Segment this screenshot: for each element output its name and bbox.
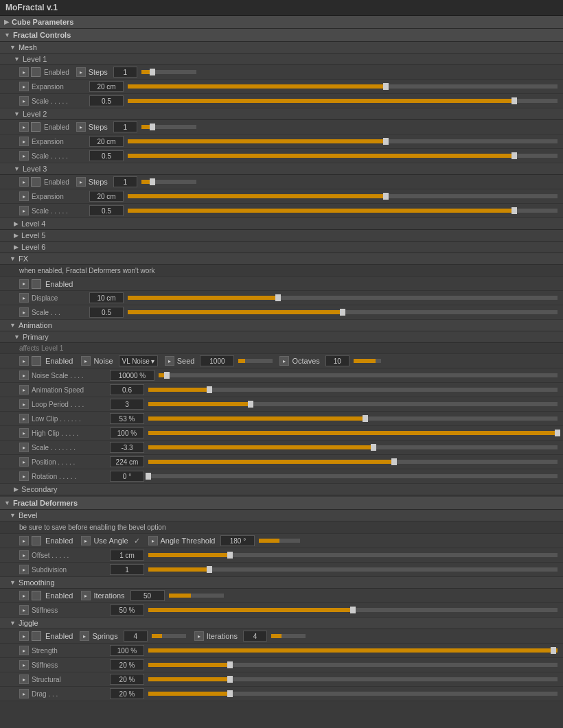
animation-header[interactable]: ▼ Animation <box>0 320 563 331</box>
bevel-offset-slider[interactable] <box>148 553 558 557</box>
level1-expansion-value[interactable]: 20 cm <box>89 81 124 92</box>
low-clip-value[interactable]: 53 % <box>110 413 144 424</box>
level2-expansion-slider[interactable] <box>128 139 558 143</box>
level2-enabled-checkbox[interactable] <box>31 122 41 132</box>
primary-scale-btn[interactable]: ▸ <box>19 443 29 452</box>
secondary-header[interactable]: ▶ Secondary <box>0 484 563 495</box>
primary-noise-dropdown[interactable]: VL Noise ▾ <box>119 355 158 366</box>
bevel-angle-threshold-value[interactable]: 180 ° <box>220 535 255 546</box>
fx-displace-btn[interactable]: ▸ <box>19 293 29 303</box>
level3-enabled-btn[interactable]: ▸ <box>19 177 29 187</box>
mesh-header[interactable]: ▼ Mesh <box>0 42 563 54</box>
level3-steps-value[interactable]: 1 <box>113 176 137 187</box>
bevel-use-angle-btn[interactable]: ▸ <box>81 536 91 545</box>
level2-enabled-checkbox-group[interactable]: ▸ Enabled <box>19 122 69 132</box>
level3-header[interactable]: ▼ Level 3 <box>0 163 563 175</box>
level1-scale-slider[interactable] <box>128 99 558 103</box>
low-clip-slider[interactable] <box>148 416 558 421</box>
bevel-offset-btn[interactable]: ▸ <box>19 550 29 560</box>
level3-scale-value[interactable]: 0.5 <box>89 205 124 216</box>
level2-steps-slider[interactable] <box>141 125 196 129</box>
jiggle-enabled-btn[interactable]: ▸ <box>19 631 29 641</box>
primary-octaves-slider[interactable] <box>354 359 381 363</box>
jiggle-iterations-value[interactable]: 4 <box>243 631 267 642</box>
jiggle-drag-value[interactable]: 20 % <box>110 688 144 699</box>
level1-steps-slider[interactable] <box>141 70 196 74</box>
smoothing-stiffness-btn[interactable]: ▸ <box>19 605 29 615</box>
primary-position-btn[interactable]: ▸ <box>19 457 29 467</box>
level2-scale-value[interactable]: 0.5 <box>89 150 124 161</box>
level6-header[interactable]: ▶ Level 6 <box>0 242 563 253</box>
jiggle-structural-btn[interactable]: ▸ <box>19 674 29 684</box>
fx-displace-value[interactable]: 10 cm <box>89 292 124 303</box>
level3-steps-btn[interactable]: ▸ <box>76 177 86 187</box>
primary-octaves-btn[interactable]: ▸ <box>279 356 289 366</box>
level2-scale-slider[interactable] <box>128 154 558 158</box>
anim-speed-btn[interactable]: ▸ <box>19 385 29 395</box>
high-clip-slider[interactable] <box>148 431 558 435</box>
fx-displace-slider[interactable] <box>128 296 558 300</box>
primary-noise-btn[interactable]: ▸ <box>81 356 91 366</box>
level3-scale-btn[interactable]: ▸ <box>19 206 29 215</box>
noise-scale-slider[interactable] <box>159 373 558 377</box>
fx-scale-value[interactable]: 0.5 <box>89 307 124 318</box>
primary-seed-slider[interactable] <box>238 359 273 363</box>
bevel-header[interactable]: ▼ Bevel <box>0 510 563 521</box>
level1-steps-value[interactable]: 1 <box>113 67 137 78</box>
jiggle-stiffness-value[interactable]: 20 % <box>110 659 144 670</box>
bevel-enabled-checkbox[interactable] <box>32 536 41 545</box>
fx-enabled-checkbox[interactable] <box>32 279 41 289</box>
bevel-subdivision-slider[interactable] <box>148 567 558 572</box>
high-clip-btn[interactable]: ▸ <box>19 428 29 438</box>
bevel-subdivision-btn[interactable]: ▸ <box>19 565 29 574</box>
jiggle-stiffness-slider[interactable] <box>148 663 558 667</box>
level4-header[interactable]: ▶ Level 4 <box>0 218 563 230</box>
jiggle-strength-value[interactable]: 100 % <box>110 645 144 656</box>
fractal-controls-header[interactable]: ▼ Fractal Controls <box>0 29 563 42</box>
level1-expansion-btn[interactable]: ▸ <box>19 82 29 91</box>
low-clip-btn[interactable]: ▸ <box>19 414 29 423</box>
level1-steps-btn[interactable]: ▸ <box>76 67 86 77</box>
loop-period-value[interactable]: 3 <box>110 399 144 410</box>
bevel-offset-value[interactable]: 1 cm <box>110 550 144 561</box>
fx-scale-btn[interactable]: ▸ <box>19 307 29 317</box>
jiggle-drag-btn[interactable]: ▸ <box>19 689 29 698</box>
jiggle-enabled-checkbox[interactable] <box>32 631 41 641</box>
level3-enabled-checkbox[interactable] <box>31 177 41 187</box>
jiggle-springs-value[interactable]: 4 <box>124 631 148 642</box>
level2-steps-btn[interactable]: ▸ <box>76 122 86 132</box>
primary-position-value[interactable]: 224 cm <box>110 456 144 467</box>
smoothing-iterations-btn[interactable]: ▸ <box>81 591 91 600</box>
level1-enabled-checkbox[interactable] <box>31 67 41 77</box>
level2-enabled-btn[interactable]: ▸ <box>19 122 29 132</box>
primary-scale-slider[interactable] <box>148 445 558 449</box>
primary-rotation-value[interactable]: 0 ° <box>110 471 144 482</box>
jiggle-structural-slider[interactable] <box>148 677 558 681</box>
primary-enabled-btn[interactable]: ▸ <box>19 356 29 366</box>
smoothing-iterations-slider[interactable] <box>169 594 224 598</box>
level3-enabled-checkbox-group[interactable]: ▸ Enabled <box>19 177 69 187</box>
jiggle-iterations-btn[interactable]: ▸ <box>194 631 204 641</box>
noise-scale-value[interactable]: 10000 % <box>110 370 154 381</box>
level1-scale-btn[interactable]: ▸ <box>19 96 29 106</box>
jiggle-header[interactable]: ▼ Jiggle <box>0 618 563 629</box>
primary-seed-value[interactable]: 1000 <box>200 355 234 366</box>
cube-parameters-header[interactable]: ▶ Cube Parameters <box>0 16 563 29</box>
jiggle-drag-slider[interactable] <box>148 692 558 696</box>
level2-expansion-value[interactable]: 20 cm <box>89 136 124 147</box>
level3-steps-slider[interactable] <box>141 180 196 184</box>
smoothing-stiffness-value[interactable]: 50 % <box>110 604 144 615</box>
jiggle-strength-btn[interactable]: ▸ <box>19 646 29 655</box>
primary-rotation-btn[interactable]: ▸ <box>19 471 29 481</box>
jiggle-springs-slider[interactable] <box>152 634 186 638</box>
level1-enabled-checkbox-group[interactable]: ▸ Enabled <box>19 67 69 77</box>
level1-enabled-btn[interactable]: ▸ <box>19 67 29 77</box>
level3-expansion-btn[interactable]: ▸ <box>19 191 29 201</box>
level1-expansion-slider[interactable] <box>128 84 558 89</box>
smoothing-header[interactable]: ▼ Smoothing <box>0 577 563 589</box>
primary-rotation-slider[interactable] <box>148 474 558 478</box>
smoothing-enabled-btn[interactable]: ▸ <box>19 591 29 600</box>
level2-scale-btn[interactable]: ▸ <box>19 151 29 161</box>
anim-speed-slider[interactable] <box>148 388 558 392</box>
primary-octaves-value[interactable]: 10 <box>325 355 349 366</box>
